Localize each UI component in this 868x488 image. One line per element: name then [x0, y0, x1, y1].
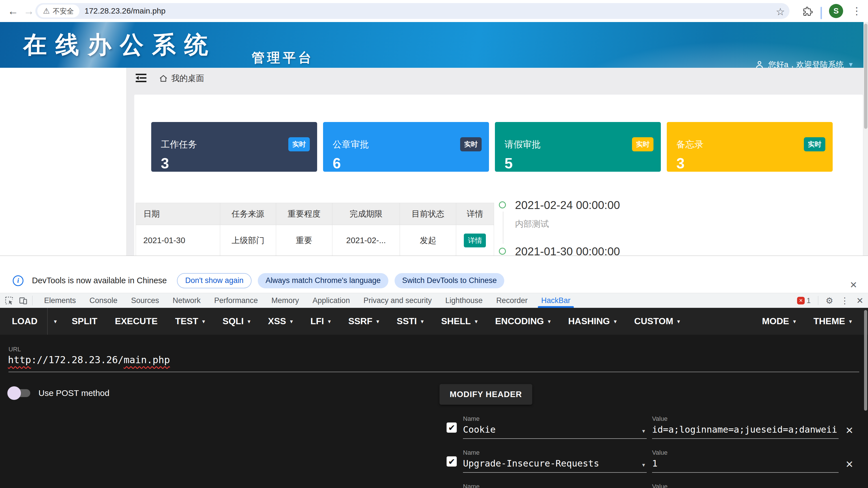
stat-card[interactable]: 公章审批 6 实时: [323, 122, 489, 172]
cell-importance: 重要: [276, 225, 332, 256]
hackbar-menu-item[interactable]: SQLI ▾: [214, 308, 259, 335]
header-checkbox[interactable]: ✔: [446, 422, 457, 433]
devtools-tab[interactable]: Console: [83, 293, 124, 308]
hackbar-menu-item[interactable]: ENCODING ▾: [487, 308, 560, 335]
header-value-text: 1: [652, 458, 839, 469]
detail-button[interactable]: 详情: [464, 233, 486, 248]
modify-header-section: MODIFY HEADER ✔ Name Cookie ▾ Value id=a…: [439, 384, 856, 405]
hackbar-menu-item[interactable]: SSRF ▾: [339, 308, 388, 335]
devtools-tab[interactable]: Sources: [124, 293, 166, 308]
stat-card-label: 备忘录: [676, 138, 823, 151]
header-name-select[interactable]: Name Upgrade-Insecure-Requests ▾: [463, 449, 647, 456]
notification-text: DevTools is now available in Chinese: [32, 276, 167, 285]
notification-button[interactable]: Always match Chrome's language: [258, 273, 388, 288]
scrollbar-thumb[interactable]: [864, 24, 867, 129]
devtools-tab[interactable]: Recorder: [490, 293, 534, 308]
browser-toolbar: ← → ↻ ⚠︎ 不安全 172.28.23.26/main.php ☆ S ⋮: [0, 0, 868, 22]
security-label: 不安全: [53, 6, 74, 16]
chevron-down-icon: ▾: [475, 318, 478, 325]
post-method-label: Use POST method: [38, 388, 110, 398]
notification-button[interactable]: Switch DevTools to Chinese: [395, 273, 504, 288]
devtools-scrollbar-thumb[interactable]: [864, 310, 867, 411]
devtools-tab[interactable]: Memory: [265, 293, 306, 308]
profile-avatar[interactable]: S: [829, 4, 843, 18]
header-value-input[interactable]: Value: [652, 483, 839, 488]
hackbar-menu-item[interactable]: MODE ▾: [753, 308, 805, 335]
stat-card-count: 6: [333, 155, 479, 172]
task-table-header-cell: 详情: [456, 203, 494, 225]
hackbar-menu: SPLIT ▾ EXECUTE ▾ TEST ▾ SQLI ▾ XSS ▾: [63, 308, 689, 335]
header-name-select[interactable]: Name Cookie ▾: [463, 415, 647, 422]
error-icon: ✕: [797, 297, 805, 304]
timeline-connector: [503, 212, 503, 244]
chevron-down-icon: ▾: [376, 318, 379, 325]
devtools-tab[interactable]: Elements: [37, 293, 83, 308]
header-value-input[interactable]: Value 1: [652, 449, 839, 456]
address-bar[interactable]: ⚠︎ 不安全 172.28.23.26/main.php ☆: [35, 3, 789, 19]
stat-card[interactable]: 工作任务 3 实时: [151, 122, 317, 172]
page-scrollbar[interactable]: [864, 22, 868, 256]
devtools-tab[interactable]: Application: [306, 293, 357, 308]
devtools-menu-icon[interactable]: ⋮: [841, 296, 849, 305]
hackbar-menu-item[interactable]: SHELL ▾: [432, 308, 487, 335]
header-value-input[interactable]: Value id=a;loginname=a;jueseid=a;danweii: [652, 415, 839, 422]
url-input[interactable]: http://172.28.23.26/main.php: [8, 354, 170, 365]
forward-icon[interactable]: →: [21, 0, 37, 22]
cell-date: 2021-01-30: [136, 225, 220, 256]
breadcrumb[interactable]: 我的桌面: [159, 73, 204, 84]
header-checkbox[interactable]: ✔: [446, 456, 457, 466]
hackbar-menu-item[interactable]: TEST ▾: [166, 308, 214, 335]
task-table: 日期任务来源重要程度完成期限目前状态详情 2021-01-30 上级部门 重要 …: [136, 203, 494, 256]
load-button[interactable]: LOAD: [0, 316, 47, 326]
realtime-badge: 实时: [632, 137, 653, 151]
browser-menu-icon[interactable]: ⋮: [849, 0, 864, 22]
post-method-toggle[interactable]: [7, 386, 31, 400]
stat-card-count: 3: [676, 155, 823, 172]
hackbar-menu-item[interactable]: LFI ▾: [302, 308, 339, 335]
page-content: 我的桌面 工作任务 3 实时 公章审批 6 实时 请假审批 5 实时 备忘录 3: [0, 68, 868, 256]
sidebar-collapse-icon[interactable]: [135, 72, 148, 85]
security-chip[interactable]: ⚠︎ 不安全: [37, 4, 80, 18]
back-icon[interactable]: ←: [5, 0, 21, 22]
hackbar-menu-item[interactable]: XSS ▾: [259, 308, 302, 335]
devtools-tabbar: Elements Console Sources Network Perform…: [0, 293, 868, 308]
hackbar-menu-item[interactable]: EXECUTE ▾: [106, 308, 166, 335]
error-badge[interactable]: ✕ 1: [797, 296, 811, 305]
load-dropdown-icon[interactable]: ▾: [48, 318, 63, 325]
devtools-tab[interactable]: Performance: [208, 293, 265, 308]
devtools-tab[interactable]: HackBar: [534, 293, 578, 308]
error-count: 1: [807, 296, 811, 305]
chevron-down-icon: ▾: [548, 318, 551, 325]
inspect-element-icon[interactable]: [4, 296, 13, 306]
hackbar-menu-item[interactable]: CUSTOM ▾: [625, 308, 689, 335]
task-table-header-cell: 目前状态: [400, 203, 456, 225]
modify-header-button[interactable]: MODIFY HEADER: [439, 384, 532, 405]
stat-card[interactable]: 备忘录 3 实时: [667, 122, 833, 172]
hackbar-menu-item[interactable]: SSTI ▾: [388, 308, 432, 335]
devtools-tab[interactable]: Lighthouse: [439, 293, 490, 308]
bookmark-star-icon[interactable]: ☆: [776, 6, 785, 18]
hackbar-menu-item[interactable]: THEME ▾: [805, 308, 861, 335]
extensions-icon[interactable]: [802, 6, 813, 18]
notification-button[interactable]: Don't show again: [177, 273, 252, 288]
device-toolbar-icon[interactable]: [19, 296, 28, 306]
close-icon[interactable]: ✕: [849, 280, 857, 290]
stat-card[interactable]: 请假审批 5 实时: [495, 122, 661, 172]
devtools-close-icon[interactable]: ✕: [857, 296, 864, 305]
settings-gear-icon[interactable]: ⚙︎: [826, 296, 833, 305]
remove-header-icon[interactable]: ✕: [845, 425, 854, 436]
user-menu[interactable]: 您好a，欢迎登陆系统 ▼: [755, 59, 854, 68]
hackbar-menu-item[interactable]: HASHING ▾: [559, 308, 625, 335]
header-name-select[interactable]: Name ▾: [463, 483, 647, 488]
cell-source: 上级部门: [220, 225, 276, 256]
url-text-segment: main.php: [124, 354, 170, 365]
hackbar-menu-item[interactable]: SPLIT ▾: [63, 308, 106, 335]
hackbar-toolbar: LOAD ▾ SPLIT ▾ EXECUTE ▾ TEST ▾ SQLI ▾: [0, 308, 868, 335]
devtools-tab[interactable]: Privacy and security: [357, 293, 439, 308]
devtools-tab[interactable]: Network: [166, 293, 208, 308]
notification-buttons: Don't show againAlways match Chrome's la…: [177, 273, 504, 288]
remove-header-icon[interactable]: ✕: [845, 459, 854, 470]
timeline-desc: 内部测试: [515, 218, 620, 230]
chevron-down-icon: ▾: [248, 318, 250, 325]
chevron-down-icon: ▾: [290, 318, 293, 325]
